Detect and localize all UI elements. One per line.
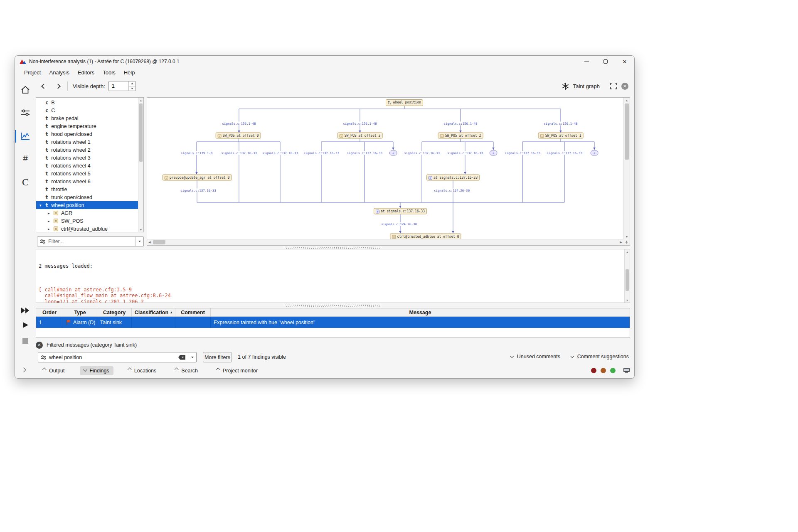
- cell-order: 1: [36, 317, 63, 328]
- stop-button[interactable]: [15, 333, 36, 348]
- close-button[interactable]: ✕: [615, 56, 634, 67]
- tree-item-rotations-wheel-5[interactable]: trotations wheel 5: [36, 170, 138, 177]
- tab-project-monitor[interactable]: Project monitor: [213, 366, 262, 375]
- clear-input-icon[interactable]: ✕: [178, 355, 185, 360]
- unused-comments-toggle[interactable]: Unused comments: [511, 354, 560, 360]
- c-code-button[interactable]: C: [15, 175, 36, 190]
- back-button[interactable]: [37, 80, 50, 92]
- scroll-up-icon[interactable]: ▲: [138, 98, 143, 103]
- tree-item-rotations-wheel-2[interactable]: trotations wheel 2: [36, 146, 138, 154]
- tree-filter-input[interactable]: [46, 239, 135, 244]
- grid-view-button[interactable]: #: [15, 151, 36, 166]
- tree-scrollbar[interactable]: ▲ ▼: [138, 98, 143, 232]
- graph-node-sw1[interactable]: -SW_POS at offset 1: [538, 133, 584, 139]
- menu-help[interactable]: Help: [120, 68, 139, 77]
- cell-category: Taint sink: [97, 317, 132, 328]
- tree-item-label: SW_POS: [61, 218, 84, 224]
- analysis-graph-button[interactable]: [15, 129, 36, 144]
- fast-forward-button[interactable]: [15, 303, 36, 318]
- menu-tools[interactable]: Tools: [99, 68, 119, 77]
- comment-suggestions-toggle[interactable]: Comment suggestions: [571, 354, 629, 360]
- visible-depth-spinner[interactable]: 1: [108, 81, 136, 91]
- findings-filter-input[interactable]: [47, 355, 178, 360]
- tree-item-rotations-wheel-1[interactable]: trotations wheel 1: [36, 138, 138, 146]
- graph-horizontal-scrollbar[interactable]: ◀ ▶: [147, 239, 623, 245]
- menu-bar: ProjectAnalysisEditorsToolsHelp: [15, 67, 634, 77]
- spin-down-button[interactable]: [129, 86, 135, 91]
- finding-row[interactable]: 1Alarm (D)Taint sinkExpression tainted w…: [36, 317, 630, 328]
- expand-panel-chevron[interactable]: [21, 367, 26, 372]
- tree-item-hood-open-closed[interactable]: thood open/closed: [36, 130, 138, 138]
- tree-item-rotations-wheel-3[interactable]: trotations wheel 3: [36, 154, 138, 162]
- tree-item-rotations-wheel-6[interactable]: trotations wheel 6: [36, 177, 138, 185]
- filter-dropdown-button[interactable]: [135, 237, 143, 246]
- tree-item-sw-pos[interactable]: ▸xSW_POS: [36, 217, 138, 225]
- tree-item-throttle[interactable]: tthrottle: [36, 185, 138, 193]
- scroll-down-icon[interactable]: ▼: [625, 298, 630, 303]
- tab-search[interactable]: Search: [171, 366, 202, 375]
- scroll-up-icon[interactable]: ▲: [624, 98, 630, 103]
- output-scroll-thumb[interactable]: [626, 269, 629, 291]
- tab-output[interactable]: Output: [39, 366, 69, 375]
- column-header-category[interactable]: Category: [97, 308, 132, 316]
- close-view-button[interactable]: ✕: [621, 83, 628, 90]
- tree-item-b[interactable]: cB: [36, 99, 138, 106]
- graph-node-join-center[interactable]: +at signals.c:137.16-33: [374, 208, 427, 214]
- tab-locations[interactable]: Locations: [124, 366, 161, 375]
- column-header-type[interactable]: Type: [63, 308, 97, 316]
- more-filters-button[interactable]: More filters: [203, 352, 232, 362]
- graph-vertical-scrollbar[interactable]: ▲ ▼: [623, 98, 630, 239]
- graph-node-root[interactable]: T,wheel position: [386, 99, 423, 106]
- tree-scroll-thumb[interactable]: [139, 103, 143, 162]
- tab-findings[interactable]: Findings: [80, 366, 113, 375]
- tree-item-wheel-position[interactable]: ▾twheel position: [36, 201, 138, 209]
- filter-history-dropdown[interactable]: [188, 352, 196, 362]
- graph-hscroll-thumb[interactable]: [153, 240, 165, 244]
- pan-tool-icon[interactable]: ✛: [623, 239, 630, 245]
- tree-item-agr[interactable]: ▸xAGR: [36, 209, 138, 217]
- graph-node-ctrl[interactable]: xctrl@trusted_adblue at offset 0: [390, 234, 461, 239]
- menu-project[interactable]: Project: [20, 68, 45, 77]
- graph-viewport[interactable]: signals.c:156.1-48signals.c:156.1-48sign…: [147, 98, 623, 239]
- tree-item-c[interactable]: cC: [36, 106, 138, 114]
- fullscreen-button[interactable]: [610, 82, 617, 90]
- clear-filter-icon[interactable]: ✕: [36, 342, 43, 349]
- column-header-message[interactable]: Message: [211, 308, 630, 316]
- monitor-icon[interactable]: [623, 367, 630, 374]
- spin-up-button[interactable]: [129, 81, 135, 86]
- scroll-left-icon[interactable]: ◀: [147, 239, 152, 245]
- menu-analysis[interactable]: Analysis: [45, 68, 73, 77]
- play-button[interactable]: [15, 318, 36, 332]
- scroll-up-icon[interactable]: ▲: [625, 249, 630, 254]
- collapsed-plus-node[interactable]: +: [389, 150, 397, 156]
- forward-button[interactable]: [52, 80, 64, 92]
- tree-item-engine-temperature[interactable]: tengine temperature: [36, 122, 138, 130]
- column-header-classification[interactable]: Classification▴: [132, 308, 175, 316]
- graph-node-sw0[interactable]: -SW_POS at offset 0: [216, 133, 261, 139]
- column-header-order[interactable]: Order: [36, 308, 63, 316]
- scroll-down-icon[interactable]: ▼: [138, 227, 143, 232]
- collapsed-plus-node[interactable]: +: [490, 150, 498, 156]
- scroll-right-icon[interactable]: ▶: [618, 239, 623, 245]
- visible-depth-value[interactable]: 1: [109, 81, 128, 91]
- tree-item-ctrl-trusted-adblue[interactable]: ▸xctrl@trusted_adblue: [36, 225, 138, 232]
- scroll-down-icon[interactable]: ▼: [624, 234, 630, 239]
- output-scrollbar[interactable]: ▲ ▼: [624, 249, 630, 303]
- collapsed-plus-node[interactable]: +: [591, 150, 598, 156]
- graph-node-sw2[interactable]: -SW_POS at offset 2: [438, 133, 483, 139]
- graph-vscroll-thumb[interactable]: [625, 103, 629, 160]
- column-header-comment[interactable]: Comment: [175, 308, 211, 316]
- tree-item-brake-pedal[interactable]: tbrake pedal: [36, 114, 138, 122]
- minimize-button[interactable]: [577, 56, 596, 67]
- tree-item-rotations-wheel-4[interactable]: trotations wheel 4: [36, 162, 138, 170]
- settings-sliders-button[interactable]: [15, 105, 36, 120]
- graph-node-sw3[interactable]: -SW_POS at offset 3: [337, 133, 383, 139]
- graph-node-join-right[interactable]: +at signals.c:137.16-33: [426, 175, 480, 181]
- menu-editors[interactable]: Editors: [74, 68, 99, 77]
- splitter-handle[interactable]: [36, 304, 630, 307]
- graph-node-prevpos[interactable]: -prevpos@update_agr at offset 0: [163, 175, 232, 181]
- maximize-button[interactable]: [596, 56, 615, 67]
- home-button[interactable]: [15, 82, 36, 97]
- tree-type-icon: c: [45, 108, 48, 113]
- tree-item-trunk-open-closed[interactable]: ttrunk open/closed: [36, 193, 138, 201]
